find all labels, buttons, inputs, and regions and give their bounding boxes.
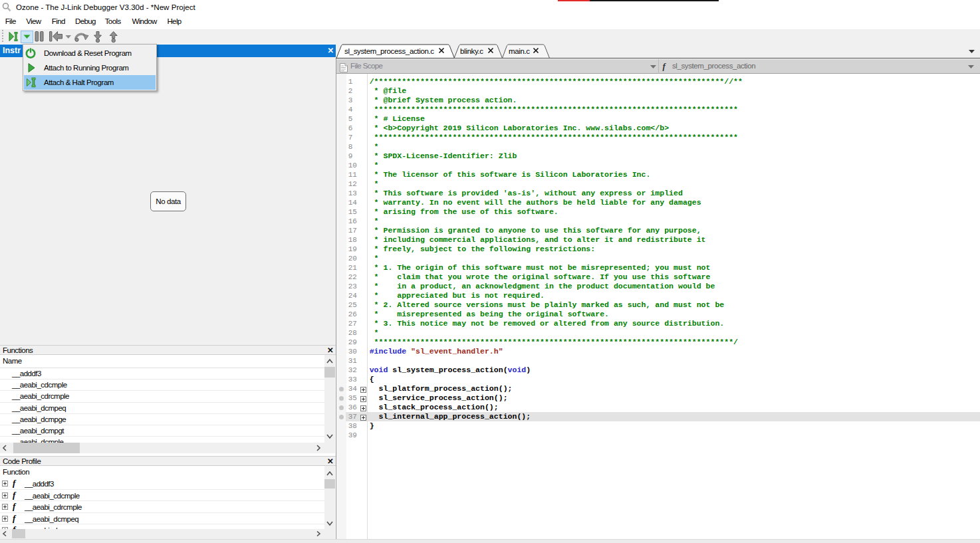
svg-text:sl_system_process_action.c: sl_system_process_action.c [344,47,434,55]
svg-text:blinky.c: blinky.c [460,47,483,55]
svg-text:main.c: main.c [509,47,530,55]
